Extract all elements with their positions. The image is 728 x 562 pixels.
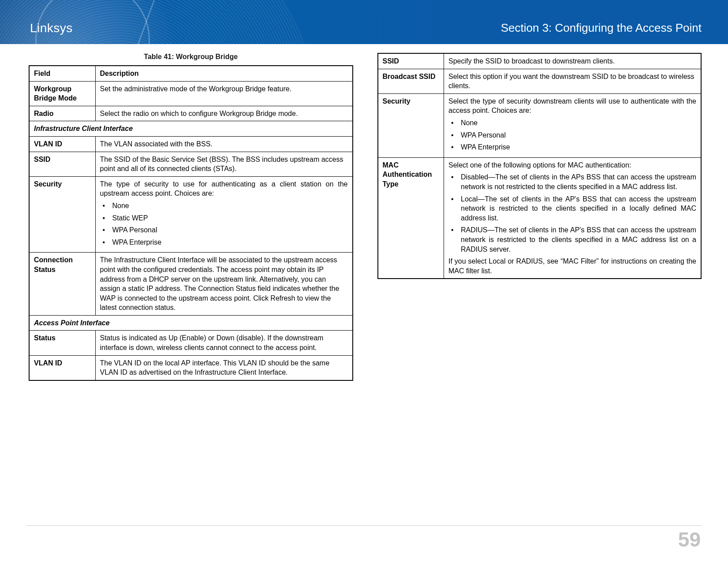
- left-column: Table 41: Workgroup Bridge Field Descrip…: [29, 53, 353, 381]
- brand-logo-text: Linksys: [30, 21, 73, 35]
- table-caption: Table 41: Workgroup Bridge: [29, 53, 353, 61]
- desc-cell: The VLAN associated with the BSS.: [95, 136, 353, 152]
- field-cell: MAC Authentication Type: [378, 157, 444, 279]
- field-cell: SSID: [378, 53, 444, 69]
- table-subheader-row: Infrastructure Client Interface: [29, 121, 353, 137]
- field-cell: VLAN ID: [29, 136, 95, 152]
- list-item: WPA Enterprise: [100, 238, 348, 247]
- list-item: Local—The set of clients in the AP's BSS…: [448, 194, 696, 223]
- footer-rule: [26, 525, 702, 526]
- right-column: SSID Specify the SSID to broadcast to do…: [377, 53, 702, 381]
- desc-cell: Select one of the following options for …: [444, 157, 702, 279]
- desc-bullet-list: None WPA Personal WPA Enterprise: [448, 118, 696, 152]
- list-item: WPA Personal: [100, 225, 348, 235]
- desc-cell: The SSID of the Basic Service Set (BSS).…: [95, 152, 353, 176]
- field-cell: Workgroup Bridge Mode: [29, 81, 95, 106]
- list-item: WPA Personal: [448, 130, 696, 140]
- field-cell: Radio: [29, 106, 95, 121]
- list-item: WPA Enterprise: [448, 142, 696, 152]
- table-row: SSID Specify the SSID to broadcast to do…: [378, 53, 702, 69]
- desc-outro: If you select Local or RADIUS, see “MAC …: [448, 257, 696, 275]
- subheader-text: Infrastructure Client Interface: [34, 125, 133, 132]
- list-item: RADIUS—The set of clients in the AP's BS…: [448, 225, 696, 254]
- desc-intro: Select the type of security downstream c…: [448, 97, 696, 115]
- table-row: SSID The SSID of the Basic Service Set (…: [29, 152, 353, 176]
- table-row: Radio Select the radio on which to confi…: [29, 106, 353, 121]
- desc-cell: The VLAN ID on the local AP interface. T…: [95, 355, 353, 380]
- desc-cell: Select the type of security downstream c…: [444, 93, 702, 157]
- table-row: VLAN ID The VLAN associated with the BSS…: [29, 136, 353, 152]
- list-item: None: [100, 201, 348, 211]
- desc-cell: Set the administrative mode of the Workg…: [95, 81, 353, 106]
- subheader-cell: Access Point Interface: [29, 315, 353, 331]
- page-number: 59: [678, 528, 701, 551]
- desc-bullet-list: Disabled—The set of clients in the APs B…: [448, 172, 696, 254]
- col-header-field: Field: [29, 66, 95, 81]
- table-row: MAC Authentication Type Select one of th…: [378, 157, 702, 279]
- table-row: Security Select the type of security dow…: [378, 93, 702, 157]
- table-subheader-row: Access Point Interface: [29, 315, 353, 331]
- table-row: Status Status is indicated as Up (Enable…: [29, 331, 353, 355]
- table-row: Workgroup Bridge Mode Set the administra…: [29, 81, 353, 106]
- table-header-row: Field Description: [29, 66, 353, 81]
- desc-cell: The Infrastructure Client Interface will…: [95, 253, 353, 316]
- field-cell: Broadcast SSID: [378, 69, 444, 93]
- page-body: Table 41: Workgroup Bridge Field Descrip…: [0, 44, 728, 381]
- field-cell: Connection Status: [29, 253, 95, 316]
- table-row: Broadcast SSID Select this option if you…: [378, 69, 702, 93]
- desc-cell: Status is indicated as Up (Enable) or Do…: [95, 331, 353, 355]
- desc-cell: Select this option if you want the downs…: [444, 69, 702, 93]
- subheader-cell: Infrastructure Client Interface: [29, 121, 353, 137]
- desc-cell: Select the radio on which to configure W…: [95, 106, 353, 121]
- desc-intro: Select one of the following options for …: [448, 160, 696, 170]
- table-row: VLAN ID The VLAN ID on the local AP inte…: [29, 355, 353, 380]
- table-row: Security The type of security to use for…: [29, 176, 353, 253]
- field-cell: SSID: [29, 152, 95, 176]
- table-workgroup-bridge-right: SSID Specify the SSID to broadcast to do…: [377, 53, 702, 279]
- field-cell: VLAN ID: [29, 355, 95, 380]
- field-cell: Status: [29, 331, 95, 355]
- desc-cell: The type of security to use for authenti…: [95, 176, 353, 253]
- field-cell: Security: [378, 93, 444, 157]
- subheader-text: Access Point Interface: [34, 319, 110, 327]
- desc-cell: Specify the SSID to broadcast to downstr…: [444, 53, 702, 69]
- table-workgroup-bridge-left: Field Description Workgroup Bridge Mode …: [29, 65, 353, 381]
- list-item: Static WEP: [100, 213, 348, 223]
- table-row: Connection Status The Infrastructure Cli…: [29, 253, 353, 316]
- section-title: Section 3: Configuring the Access Point: [501, 21, 702, 35]
- list-item: Disabled—The set of clients in the APs B…: [448, 172, 696, 191]
- page-header: Linksys Section 3: Configuring the Acces…: [0, 0, 728, 44]
- desc-bullet-list: None Static WEP WPA Personal WPA Enterpr…: [100, 201, 348, 247]
- desc-intro: The type of security to use for authenti…: [100, 179, 348, 198]
- list-item: None: [448, 118, 696, 128]
- col-header-description: Description: [95, 66, 353, 81]
- field-cell: Security: [29, 176, 95, 253]
